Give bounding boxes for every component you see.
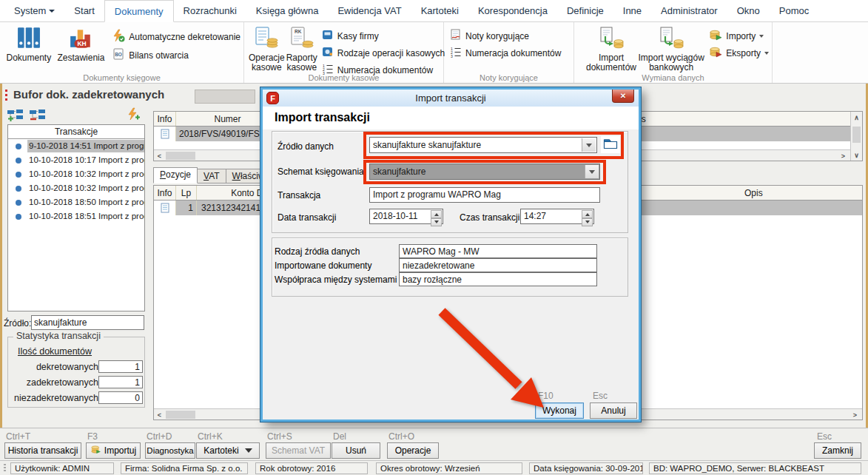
wspolpraca-input[interactable]: bazy rozłączne	[399, 272, 597, 286]
scrollbar-thumb[interactable]	[166, 152, 195, 160]
schemat-vat-button[interactable]: Schemat VAT	[266, 442, 331, 459]
status-user: Użytkownik: ADMIN	[10, 462, 114, 474]
rodzaje-operacji-kasowych-button[interactable]: Rodzaje operacji kasowych	[322, 46, 445, 60]
usun-button[interactable]: Usuń	[332, 442, 380, 459]
stat-value-zadekretowanych[interactable]: 1	[98, 376, 143, 388]
bilans-otwarcia-button[interactable]: BO Bilans otwarcia	[112, 47, 240, 63]
czas-transakcji-input[interactable]: 14:27	[520, 209, 594, 224]
tree-item[interactable]: 10-10-2018 10:17 Import z programu	[8, 153, 144, 167]
operacje-button[interactable]: Operacje	[387, 442, 439, 459]
tree-header[interactable]: Transakcje	[8, 125, 144, 139]
menu-pomoc[interactable]: Pomoc	[770, 0, 818, 21]
spin-down-icon[interactable]	[431, 218, 442, 226]
zestawienia-button[interactable]: KH Zestawienia	[55, 24, 108, 72]
app-f-icon: F	[266, 92, 279, 104]
ilosc-dokumentow-link[interactable]: Ilość dokumentów	[18, 346, 92, 357]
status-posting-date: Data księgowania: 30-09-2016	[529, 462, 643, 474]
rk-document-icon: RK	[290, 27, 314, 51]
rodzaj-zrodla-input[interactable]: WAPRO Mag - MW	[399, 244, 597, 258]
date-spinner[interactable]	[431, 210, 442, 223]
menu-inne[interactable]: Inne	[613, 0, 651, 21]
import-dokumentow-button[interactable]: Import dokumentów	[586, 24, 636, 73]
group-label-wymiana-danych: Wymiana danych	[574, 73, 772, 82]
importowane-dokumenty-input[interactable]: niezadekretowane	[399, 258, 597, 272]
spin-up-icon[interactable]	[431, 210, 442, 218]
scroll-left-icon[interactable]: <	[154, 150, 165, 161]
time-spinner[interactable]	[582, 210, 593, 223]
menu-kartoteki[interactable]: Kartoteki	[411, 0, 468, 21]
stat-value-niezadekretowanych[interactable]: 0	[98, 391, 143, 404]
panel-grip-icon[interactable]	[5, 90, 7, 102]
vertical-scrollbar[interactable]: ∧ ∨	[850, 112, 862, 161]
highlight-box-zrodlo	[363, 132, 624, 159]
tree-item-label: 10-10-2018 10:17 Import z programu	[27, 154, 144, 166]
dokumenty-button-label: Dokumenty	[6, 53, 51, 63]
numeracja-dokumentow-noty-button[interactable]: 123 Numeracja dokumentów	[450, 46, 561, 60]
tree-item[interactable]: 10-10-2018 10:32 Import z programu	[8, 167, 144, 181]
new-transaction-lightning-icon[interactable]	[126, 107, 141, 124]
numeracja-dokumentow-noty-label: Numeracja dokumentów	[465, 48, 561, 58]
column-header-info[interactable]: Info	[154, 112, 176, 126]
import-wyciagow-bankowych-button[interactable]: Import wyciągów bankowych	[638, 24, 704, 73]
close-icon[interactable]: ✕	[612, 90, 634, 103]
import-bank-statement-icon	[659, 27, 684, 51]
menu-start[interactable]: Start	[64, 0, 104, 21]
spin-up-icon[interactable]	[582, 210, 593, 218]
tab-pozycje[interactable]: Pozycje	[153, 167, 198, 183]
menu-rozrachunki[interactable]: Rozrachunki	[174, 0, 246, 21]
header-filter-box[interactable]	[195, 90, 255, 104]
expand-tree-icon[interactable]	[7, 109, 24, 124]
diagnostyka-button[interactable]: Diagnostyka	[145, 442, 195, 459]
menu-ewidencja-vat[interactable]: Ewidencja VAT	[328, 0, 411, 21]
historia-transakcji-button[interactable]: Historia transakcji	[4, 442, 81, 459]
tree-item[interactable]: 10-10-2018 18:50 Import z programu	[8, 195, 144, 209]
menu-korespondencja[interactable]: Korespondencja	[468, 0, 557, 21]
shortcut-label: Ctrl+S	[267, 431, 292, 442]
importuj-button[interactable]: Importuj	[86, 442, 141, 459]
tree-item[interactable]: 10-10-2018 10:32 Import z programu	[8, 181, 144, 195]
data-transakcji-input[interactable]: 2018-10-11	[369, 209, 443, 224]
dialog-titlebar[interactable]: Import transakcji F ✕	[263, 90, 639, 107]
eksporty-button[interactable]: Eksporty	[709, 46, 769, 60]
bilans-otwarcia-label: Bilans otwarcia	[129, 50, 189, 61]
kasy-firmy-button[interactable]: Kasy firmy	[322, 29, 445, 43]
transakcja-input[interactable]: Import z programu WAPRO Mag	[369, 187, 600, 203]
czas-transakcji-label: Czas transakcji	[460, 212, 519, 223]
operacje-kasowe-button[interactable]: Operacje kasowe	[249, 24, 285, 73]
raporty-kasowe-button[interactable]: RK Raporty kasowe	[286, 24, 317, 73]
bullet-icon	[16, 214, 21, 220]
scroll-down-icon[interactable]: ∨	[851, 149, 862, 161]
bo-page-icon: BO	[112, 47, 125, 63]
scrollbar-thumb[interactable]	[166, 411, 195, 419]
scroll-up-icon[interactable]: ∧	[851, 112, 862, 123]
scroll-left-icon[interactable]: <	[154, 409, 165, 420]
column-header-lp[interactable]: Lp	[176, 186, 197, 200]
anuluj-button[interactable]: Anuluj	[590, 402, 637, 419]
collapse-tree-icon[interactable]	[29, 109, 47, 124]
automatyczne-dekretowanie-button[interactable]: Automatyczne dekretowanie	[112, 29, 240, 44]
scrollbar-thumb[interactable]	[852, 127, 861, 143]
menu-dokumenty[interactable]: Dokumenty	[104, 0, 174, 22]
menu-okno[interactable]: Okno	[727, 0, 770, 21]
tab-vat[interactable]: VAT	[197, 169, 226, 183]
menu-system-label: System	[14, 5, 46, 16]
spin-down-icon[interactable]	[582, 218, 593, 226]
bar-chart-kh-icon: KH	[69, 27, 92, 51]
automatyczne-dekretowanie-label: Automatyczne dekretowanie	[129, 32, 240, 42]
scroll-right-icon[interactable]: >	[838, 150, 849, 161]
stat-value-dekretowanych[interactable]: 1	[98, 360, 143, 373]
noty-korygujace-button[interactable]: Noty korygujące	[450, 29, 561, 43]
menu-ksiega-glowna[interactable]: Księga główna	[246, 0, 329, 21]
kartoteki-button[interactable]: Kartoteki	[196, 442, 260, 459]
scroll-right-icon[interactable]: >	[850, 409, 861, 420]
tree-item[interactable]: 9-10-2018 14:51 Import z programu	[8, 139, 144, 153]
importy-button[interactable]: Importy	[709, 29, 769, 43]
menu-administrator[interactable]: Administrator	[651, 0, 727, 21]
menu-system[interactable]: System	[4, 0, 64, 21]
menu-definicje[interactable]: Definicje	[557, 0, 613, 21]
source-filter-input[interactable]: skanujfakture	[31, 315, 144, 330]
tree-item[interactable]: 10-10-2018 18:51 Import z programu	[8, 209, 144, 223]
zamknij-button[interactable]: Zamknij	[814, 442, 861, 459]
column-header-info[interactable]: Info	[154, 186, 176, 200]
dokumenty-button[interactable]: Dokumenty	[4, 24, 53, 72]
